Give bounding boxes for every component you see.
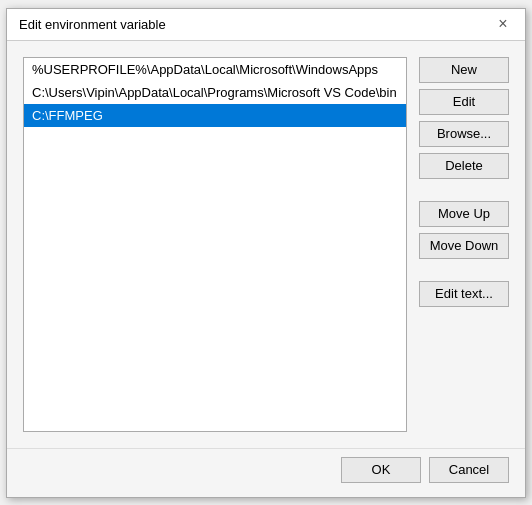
list-item[interactable]: %USERPROFILE%\AppData\Local\Microsoft\Wi… (24, 58, 406, 81)
edit-button[interactable]: Edit (419, 89, 509, 115)
title-bar: Edit environment variable × (7, 9, 525, 41)
dialog-title: Edit environment variable (19, 17, 166, 32)
dialog-footer: OK Cancel (7, 448, 525, 497)
list-item[interactable]: C:\FFMPEG (24, 104, 406, 127)
delete-button[interactable]: Delete (419, 153, 509, 179)
dialog-body: %USERPROFILE%\AppData\Local\Microsoft\Wi… (7, 41, 525, 448)
move-up-button[interactable]: Move Up (419, 201, 509, 227)
list-item[interactable]: C:\Users\Vipin\AppData\Local\Programs\Mi… (24, 81, 406, 104)
dialog: Edit environment variable × %USERPROFILE… (6, 8, 526, 498)
button-panel: New Edit Browse... Delete Move Up Move D… (419, 57, 509, 432)
new-button[interactable]: New (419, 57, 509, 83)
ok-button[interactable]: OK (341, 457, 421, 483)
edit-text-button[interactable]: Edit text... (419, 281, 509, 307)
env-var-list[interactable]: %USERPROFILE%\AppData\Local\Microsoft\Wi… (23, 57, 407, 432)
close-button[interactable]: × (493, 14, 513, 34)
cancel-button[interactable]: Cancel (429, 457, 509, 483)
browse-button[interactable]: Browse... (419, 121, 509, 147)
move-down-button[interactable]: Move Down (419, 233, 509, 259)
